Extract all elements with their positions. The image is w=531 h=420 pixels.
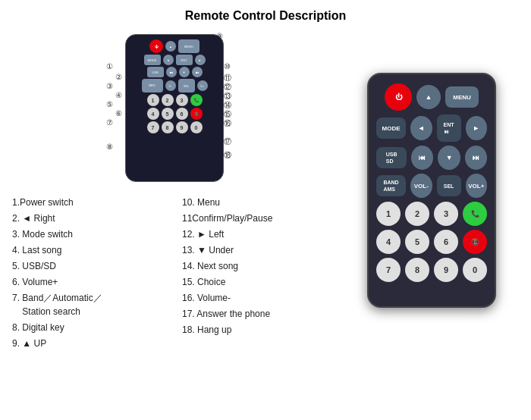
diag-3: 3: [176, 94, 188, 106]
desc-col-left: 1.Power switch 2. ◄ Right 3. Mode switch…: [12, 196, 167, 350]
real-4[interactable]: 4: [376, 230, 401, 254]
diag-left-btn: ◄: [163, 55, 174, 65]
desc-1: 1.Power switch: [12, 196, 167, 209]
callout-3: ③: [106, 82, 113, 90]
callout-5: ⑤: [106, 100, 113, 108]
real-hangup[interactable]: 📵: [463, 230, 487, 254]
desc-18: 18. Hang up: [182, 323, 337, 337]
diag-5: 5: [162, 108, 174, 120]
diag-volplus: V+: [197, 80, 208, 91]
diag-8: 8: [162, 121, 174, 133]
diag-0: 0: [190, 121, 203, 133]
remote-diagram: ① ② ③ ④ ⑤ ⑥ ⑦ ⑧ ⑨ ⑩ ⑪ ⑫ ⑬ ⑭ ⑮ ⑯ ⑰ ⑱: [83, 30, 266, 190]
real-left[interactable]: ◄: [410, 116, 432, 140]
desc-14: 14. Next song: [182, 259, 337, 273]
desc-8: 8. Digital key: [12, 321, 167, 334]
callout-18: ⑱: [224, 150, 231, 161]
real-call[interactable]: 📞: [463, 202, 487, 226]
callout-4: ④: [115, 91, 122, 99]
real-band[interactable]: BANDAMS: [376, 175, 406, 196]
callout-2: ②: [115, 73, 122, 81]
diag-band: BAND: [142, 79, 163, 92]
real-mode[interactable]: MODE: [376, 118, 406, 139]
real-volminus[interactable]: VOL-: [410, 174, 432, 198]
desc-4: 4. Last song: [12, 243, 167, 257]
diag-6: 6: [176, 108, 188, 120]
real-prev[interactable]: ⏮: [411, 146, 433, 170]
callout-6: ⑥: [115, 109, 122, 118]
real-remote-section: ⏻ ▲ MENU MODE ◄ ENT⏯ ► USBSD ⏮ ▼ ⏭: [344, 30, 519, 350]
desc-11: 11Confirm/Play/Pause: [182, 212, 337, 225]
desc-9: 9. ▲ UP: [12, 337, 167, 350]
diag-call: 📞: [190, 94, 203, 106]
desc-15: 15. Choice: [182, 275, 337, 289]
diag-usb: USB: [147, 67, 164, 77]
real-7[interactable]: 7: [376, 258, 401, 282]
callout-17: ⑰: [224, 136, 231, 147]
desc-12: 12. ► Left: [182, 227, 337, 241]
real-right[interactable]: ►: [466, 116, 487, 140]
real-remote: ⏻ ▲ MENU MODE ◄ ENT⏯ ► USBSD ⏮ ▼ ⏭: [367, 73, 496, 308]
description-area: 1.Power switch 2. ◄ Right 3. Mode switch…: [12, 196, 337, 350]
real-usb[interactable]: USBSD: [376, 147, 407, 168]
diag-2: 2: [162, 94, 174, 106]
desc-3: 3. Mode switch: [12, 227, 167, 241]
real-6[interactable]: 6: [434, 230, 458, 254]
real-5[interactable]: 5: [405, 230, 429, 254]
callout-1: ①: [106, 62, 113, 71]
callout-7: ⑦: [106, 118, 113, 127]
real-down[interactable]: ▼: [438, 146, 460, 170]
diag-down: ▼: [179, 67, 190, 77]
diag-hang: 📵: [190, 108, 203, 120]
real-1[interactable]: 1: [376, 202, 401, 226]
diag-9: 9: [176, 121, 188, 133]
desc-col-right: 10. Menu 11Confirm/Play/Pause 12. ► Left…: [182, 196, 337, 350]
real-volplus[interactable]: VOL+: [466, 174, 487, 198]
desc-7: 7. Band／Automatic／ Station search: [12, 291, 167, 318]
diag-next: ⏭: [192, 67, 203, 77]
desc-17: 17. Answer the phone: [182, 307, 337, 321]
diag-prev: ⏮: [166, 67, 177, 77]
desc-16: 16. Volume-: [182, 291, 337, 305]
real-next[interactable]: ⏭: [465, 146, 487, 170]
real-8[interactable]: 8: [405, 258, 429, 282]
callout-8: ⑧: [106, 143, 113, 151]
desc-2: 2. ◄ Right: [12, 212, 167, 225]
real-power[interactable]: ⏻: [385, 83, 412, 111]
real-sel[interactable]: SEL: [437, 175, 461, 196]
diag-right-btn: ►: [195, 55, 206, 65]
diag-mode: MODE: [144, 55, 161, 65]
callout-10: ⑩: [224, 62, 231, 71]
real-ent[interactable]: ENT⏯: [437, 114, 461, 142]
diag-power: ⏻: [149, 39, 163, 53]
desc-6: 6. Volume+: [12, 275, 167, 289]
desc-5: 5. USB/SD: [12, 259, 167, 273]
real-3[interactable]: 3: [434, 202, 458, 226]
real-9[interactable]: 9: [434, 258, 458, 282]
diag-up: ▲: [165, 41, 176, 52]
callout-16: ⑯: [224, 118, 231, 129]
diag-ent: ENT: [176, 55, 193, 65]
diag-7: 7: [147, 121, 159, 133]
diag-sel: SEL: [178, 79, 195, 92]
diag-1: 1: [147, 94, 159, 106]
real-2[interactable]: 2: [405, 202, 429, 226]
diag-menu: MENU: [178, 39, 200, 53]
real-up[interactable]: ▲: [416, 85, 441, 109]
real-0[interactable]: 0: [463, 258, 487, 282]
diag-4: 4: [147, 108, 159, 120]
remote-diagram-body: ⏻ ▲ MENU MODE ◄ ENT ► USB ⏮: [125, 34, 224, 182]
desc-13: 13. ▼ Under: [182, 243, 337, 257]
real-menu[interactable]: MENU: [445, 86, 479, 108]
desc-10: 10. Menu: [182, 196, 337, 209]
page-title: Remote Control Description: [12, 9, 519, 23]
diag-volminus: V-: [165, 80, 176, 91]
